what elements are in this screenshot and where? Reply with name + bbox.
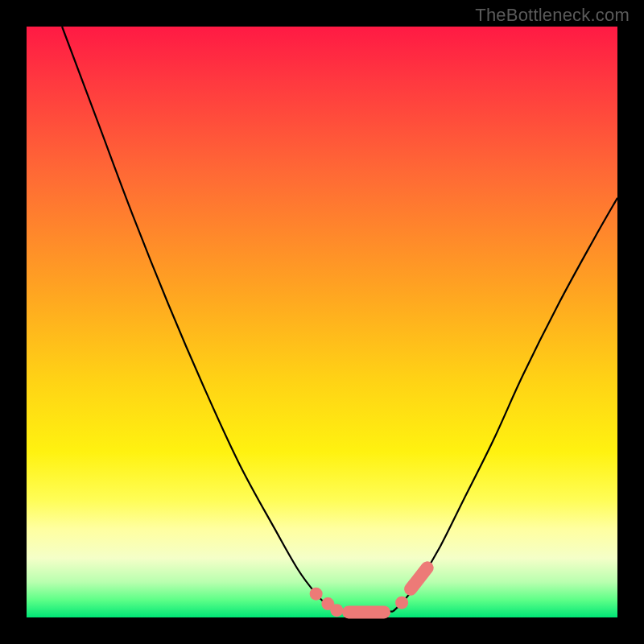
curve-right-branch (393, 198, 617, 612)
marker-pill-group (349, 568, 427, 612)
marker-dot-3 (395, 597, 408, 609)
curve-left-branch (62, 27, 340, 612)
watermark-text: TheBottleneck.com (475, 5, 630, 26)
gradient-plot-area (27, 27, 617, 617)
marker-pill-1 (411, 568, 427, 588)
bottleneck-curve-svg (27, 27, 617, 617)
marker-dot-0 (310, 588, 323, 601)
marker-dot-2 (330, 604, 343, 617)
